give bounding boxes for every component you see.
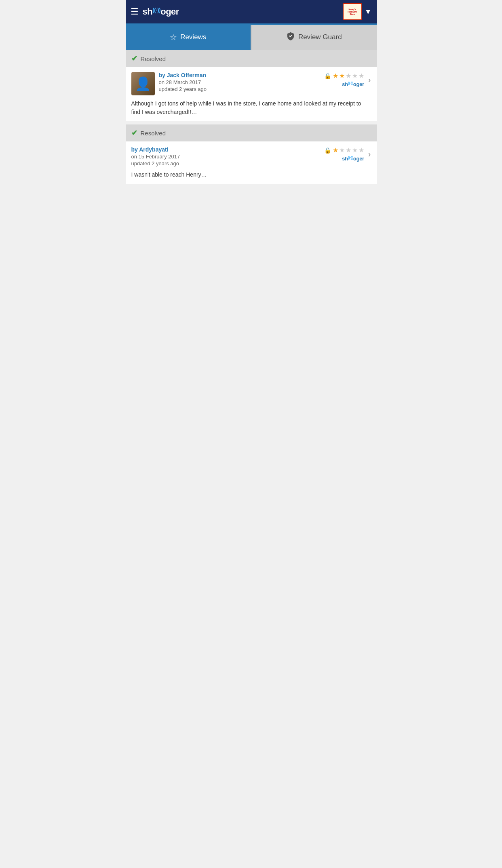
star-1-1: ★ (333, 72, 338, 80)
header-right: Henry'sHardwareStore ▼ (343, 3, 372, 20)
resolved-check-icon-2: ✔ (131, 129, 137, 137)
reviewer-info-2: by Ardybayati on 15 February 2017 update… (131, 146, 180, 166)
section-separator (126, 121, 377, 124)
store-name: Henry'sHardwareStore (348, 8, 357, 15)
tab-review-guard[interactable]: Review Guard (251, 25, 377, 50)
review-meta-2: 🔒 ★ ★ ★ ★ ★ sh((·))oger (324, 146, 364, 162)
tab-reviews[interactable]: ☆ Reviews (126, 25, 251, 50)
rating-row-1: 🔒 ★ ★ ★ ★ ★ (324, 72, 364, 80)
tab-review-guard-label: Review Guard (298, 33, 342, 41)
reviews-container: ✔ Resolved 👤 by Jack Offerman on 28 Marc… (126, 50, 377, 184)
tab-reviews-label: Reviews (180, 33, 206, 41)
reviews-star-icon: ☆ (170, 32, 177, 42)
resolved-banner-2: ✔ Resolved (126, 124, 377, 141)
reviewer-avatar-1: 👤 (131, 72, 155, 95)
shooger-logo: sh((·))oger (143, 6, 179, 17)
star-2-1: ★ (333, 146, 338, 154)
resolved-check-icon-1: ✔ (131, 54, 137, 63)
source-logo-text-1: sh((·))oger (342, 81, 364, 87)
avatar-person-icon-1: 👤 (135, 76, 151, 91)
store-thumbnail-inner: Henry'sHardwareStore (344, 4, 361, 19)
tab-bar: ☆ Reviews Review Guard (126, 25, 377, 50)
reviewer-date-2: on 15 February 2017 (131, 154, 180, 160)
app-header: ☰ sh((·))oger Henry'sHardwareStore ▼ (126, 0, 377, 23)
star-2-2: ★ (339, 146, 345, 154)
chevron-right-icon-1: › (368, 75, 371, 84)
rating-row-2: 🔒 ★ ★ ★ ★ ★ (324, 146, 364, 154)
resolved-label-2: Resolved (141, 130, 166, 137)
lock-icon-1: 🔒 (324, 73, 331, 79)
star-1-4: ★ (352, 72, 358, 80)
source-logo-wifi-icon-2: ((·)) (348, 156, 353, 160)
review-card-1[interactable]: 👤 by Jack Offerman on 28 March 2017 upda… (126, 67, 377, 121)
header-left: ☰ sh((·))oger (131, 6, 179, 17)
source-logo-text-2: sh((·))oger (342, 156, 364, 162)
review-header-left-2: by Ardybayati on 15 February 2017 update… (131, 146, 180, 166)
store-dropdown-arrow[interactable]: ▼ (365, 8, 372, 16)
star-1-2: ★ (339, 72, 345, 80)
stars-2: ★ ★ ★ ★ ★ (333, 146, 364, 154)
review-card-2[interactable]: by Ardybayati on 15 February 2017 update… (126, 141, 377, 184)
review-header-right-1: 🔒 ★ ★ ★ ★ ★ sh((·))oger › (324, 72, 371, 87)
review-header-right-2: 🔒 ★ ★ ★ ★ ★ sh((·))oger › (324, 146, 371, 162)
lock-icon-2: 🔒 (324, 147, 331, 154)
review-text-1: Although I got tons of help while I was … (131, 99, 371, 116)
reviewer-updated-1: updated 2 years ago (159, 86, 207, 92)
review-guard-shield-icon (286, 32, 295, 42)
reviewer-name-2: by Ardybayati (131, 146, 180, 153)
logo-text: sh((·))oger (143, 6, 179, 17)
review-header-left-1: 👤 by Jack Offerman on 28 March 2017 upda… (131, 72, 207, 95)
store-thumbnail[interactable]: Henry'sHardwareStore (343, 3, 362, 20)
star-1-5: ★ (359, 72, 364, 80)
hamburger-menu-icon[interactable]: ☰ (131, 7, 139, 16)
star-2-3: ★ (346, 146, 351, 154)
reviewer-updated-2: updated 2 years ago (131, 160, 180, 166)
logo-wifi-icon: ((·)) (152, 7, 160, 13)
reviewer-date-1: on 28 March 2017 (159, 79, 207, 85)
review-text-2: I wasn't able to reach Henry… (131, 171, 371, 179)
source-logo-wifi-icon-1: ((·)) (348, 81, 353, 85)
reviewer-name-1: by Jack Offerman (159, 72, 207, 78)
source-logo-1: sh((·))oger (342, 81, 364, 87)
review-header-2: by Ardybayati on 15 February 2017 update… (131, 146, 371, 166)
resolved-label-1: Resolved (141, 55, 166, 62)
star-1-3: ★ (346, 72, 351, 80)
star-2-4: ★ (352, 146, 358, 154)
reviewer-info-1: by Jack Offerman on 28 March 2017 update… (159, 72, 207, 92)
stars-1: ★ ★ ★ ★ ★ (333, 72, 364, 80)
review-header-1: 👤 by Jack Offerman on 28 March 2017 upda… (131, 72, 371, 95)
resolved-banner-1: ✔ Resolved (126, 50, 377, 67)
chevron-right-icon-2: › (368, 150, 371, 159)
avatar-face-1: 👤 (131, 72, 155, 95)
review-meta-1: 🔒 ★ ★ ★ ★ ★ sh((·))oger (324, 72, 364, 87)
star-2-5: ★ (359, 146, 364, 154)
source-logo-2: sh((·))oger (342, 156, 364, 162)
